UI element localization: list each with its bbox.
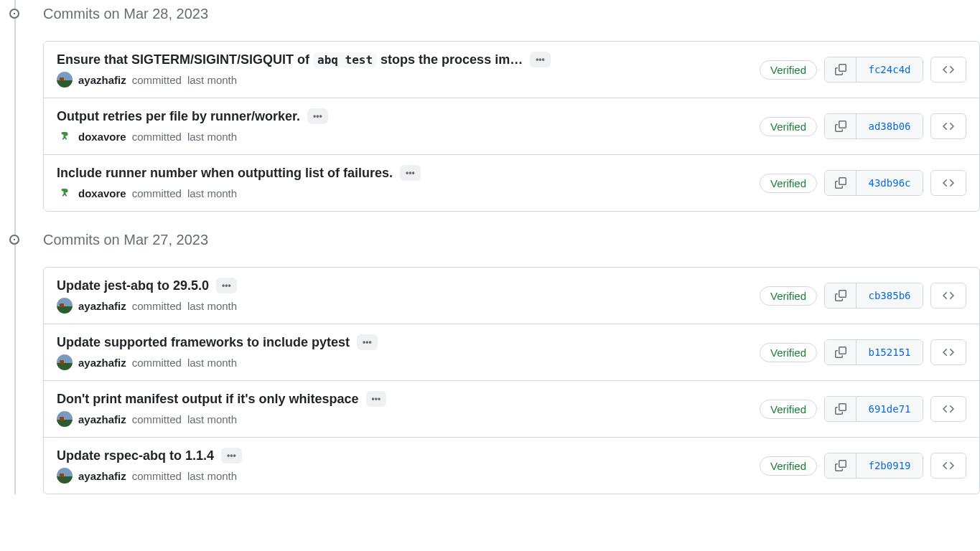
committed-label: committed xyxy=(132,357,182,369)
verified-badge[interactable]: Verified xyxy=(760,174,817,193)
commit-item: Don't print manifest output if it's only… xyxy=(44,380,979,437)
expand-description-button[interactable]: ••• xyxy=(307,108,328,124)
commit-sha-link[interactable]: 43db96c xyxy=(857,171,923,195)
expand-description-button[interactable]: ••• xyxy=(221,448,242,463)
commit-item: Ensure that SIGTERM/SIGINT/SIGQUIT of ab… xyxy=(44,42,979,98)
copy-icon xyxy=(835,121,846,132)
author-link[interactable]: ayazhafiz xyxy=(78,300,126,312)
copy-sha-button[interactable] xyxy=(825,397,857,421)
sha-button-group: cb385b6 xyxy=(824,283,923,309)
verified-badge[interactable]: Verified xyxy=(760,117,817,136)
copy-sha-button[interactable] xyxy=(825,57,857,82)
expand-description-button[interactable]: ••• xyxy=(366,391,387,407)
commit-sha-link[interactable]: 691de71 xyxy=(857,397,923,421)
commit-time: last month xyxy=(187,74,237,86)
commit-title-link[interactable]: Update jest-abq to 29.5.0 xyxy=(57,278,209,293)
commit-title-pre: Include runner number when outputting li… xyxy=(57,166,393,180)
committed-label: committed xyxy=(132,187,182,199)
verified-badge[interactable]: Verified xyxy=(760,286,817,306)
avatar[interactable] xyxy=(57,185,73,201)
author-link[interactable]: ayazhafiz xyxy=(78,357,126,369)
committed-label: committed xyxy=(132,300,182,312)
author-link[interactable]: doxavore xyxy=(78,131,126,143)
commit-title-link[interactable]: Don't print manifest output if it's only… xyxy=(57,392,359,407)
browse-repo-button[interactable] xyxy=(930,170,966,196)
copy-sha-button[interactable] xyxy=(825,453,857,478)
committed-label: committed xyxy=(132,470,182,482)
commit-sha-link[interactable]: cb385b6 xyxy=(857,283,923,308)
commit-sha-link[interactable]: b152151 xyxy=(857,340,923,364)
commit-title-link[interactable]: Include runner number when outputting li… xyxy=(57,166,393,181)
commit-time: last month xyxy=(187,300,237,312)
sha-button-group: ad38b06 xyxy=(824,113,923,139)
code-icon xyxy=(943,64,954,75)
browse-repo-button[interactable] xyxy=(930,113,966,139)
avatar[interactable] xyxy=(57,354,73,370)
commit-time: last month xyxy=(187,413,237,425)
commit-title-link[interactable]: Update rspec-abq to 1.1.4 xyxy=(57,448,214,463)
author-link[interactable]: doxavore xyxy=(78,187,126,199)
commit-title-link[interactable]: Ensure that SIGTERM/SIGINT/SIGQUIT of ab… xyxy=(57,52,523,67)
commit-info: Update rspec-abq to 1.1.4 ••• ayazhafiz … xyxy=(57,448,748,484)
copy-sha-button[interactable] xyxy=(825,340,857,364)
timeline-marker-icon xyxy=(9,235,19,245)
code-icon xyxy=(943,460,954,471)
copy-icon xyxy=(835,460,846,471)
browse-repo-button[interactable] xyxy=(930,57,966,83)
verified-badge[interactable]: Verified xyxy=(760,400,817,419)
commit-sha-link[interactable]: f2b0919 xyxy=(857,453,923,478)
commit-list: Ensure that SIGTERM/SIGINT/SIGQUIT of ab… xyxy=(43,41,980,212)
copy-sha-button[interactable] xyxy=(825,171,857,195)
commit-title-link[interactable]: Update supported frameworks to include p… xyxy=(57,335,350,350)
verified-badge[interactable]: Verified xyxy=(760,456,817,476)
author-link[interactable]: ayazhafiz xyxy=(78,413,126,425)
commit-title-pre: Update supported frameworks to include p… xyxy=(57,335,350,349)
copy-icon xyxy=(835,347,846,358)
copy-sha-button[interactable] xyxy=(825,283,857,308)
commit-item: Include runner number when outputting li… xyxy=(44,154,979,211)
browse-repo-button[interactable] xyxy=(930,453,966,479)
avatar[interactable] xyxy=(57,72,73,88)
commit-sha-link[interactable]: fc24c4d xyxy=(857,57,923,82)
commit-item: Update rspec-abq to 1.1.4 ••• ayazhafiz … xyxy=(44,437,979,494)
browse-repo-button[interactable] xyxy=(930,283,966,309)
expand-description-button[interactable]: ••• xyxy=(357,334,378,350)
commit-info: Ensure that SIGTERM/SIGINT/SIGQUIT of ab… xyxy=(57,52,748,88)
copy-sha-button[interactable] xyxy=(825,114,857,138)
author-link[interactable]: ayazhafiz xyxy=(78,470,126,482)
sha-button-group: 691de71 xyxy=(824,396,923,422)
commit-title-post: stops the process im… xyxy=(377,52,523,67)
avatar[interactable] xyxy=(57,468,73,484)
committed-label: committed xyxy=(132,131,182,143)
commit-title-pre: Don't print manifest output if it's only… xyxy=(57,392,359,406)
avatar[interactable] xyxy=(57,128,73,144)
commit-info: Don't print manifest output if it's only… xyxy=(57,391,748,427)
copy-icon xyxy=(835,177,846,189)
date-label: Commits on Mar 28, 2023 xyxy=(43,6,208,22)
expand-description-button[interactable]: ••• xyxy=(400,165,421,181)
avatar[interactable] xyxy=(57,411,73,427)
verified-badge[interactable]: Verified xyxy=(760,343,817,362)
code-icon xyxy=(943,177,954,189)
commit-time: last month xyxy=(187,357,237,369)
code-icon xyxy=(943,121,954,132)
commit-info: Update jest-abq to 29.5.0 ••• ayazhafiz … xyxy=(57,278,748,314)
date-header: Commits on Mar 28, 2023 xyxy=(22,0,980,28)
commit-item: Update jest-abq to 29.5.0 ••• ayazhafiz … xyxy=(44,268,979,324)
commit-title-code: abq test xyxy=(313,52,377,67)
commit-title-pre: Update jest-abq to 29.5.0 xyxy=(57,278,209,293)
verified-badge[interactable]: Verified xyxy=(760,60,817,80)
browse-repo-button[interactable] xyxy=(930,396,966,422)
commit-time: last month xyxy=(187,187,237,199)
copy-icon xyxy=(835,64,846,75)
author-link[interactable]: ayazhafiz xyxy=(78,74,126,86)
commit-title-link[interactable]: Output retries per file by runner/worker… xyxy=(57,109,300,124)
expand-description-button[interactable]: ••• xyxy=(216,278,237,293)
expand-description-button[interactable]: ••• xyxy=(530,52,551,67)
commit-sha-link[interactable]: ad38b06 xyxy=(857,114,923,138)
avatar[interactable] xyxy=(57,298,73,314)
code-icon xyxy=(943,290,954,301)
browse-repo-button[interactable] xyxy=(930,339,966,365)
commit-list: Update jest-abq to 29.5.0 ••• ayazhafiz … xyxy=(43,267,980,494)
commit-date-group: Commits on Mar 28, 2023 Ensure that SIGT… xyxy=(22,0,980,212)
